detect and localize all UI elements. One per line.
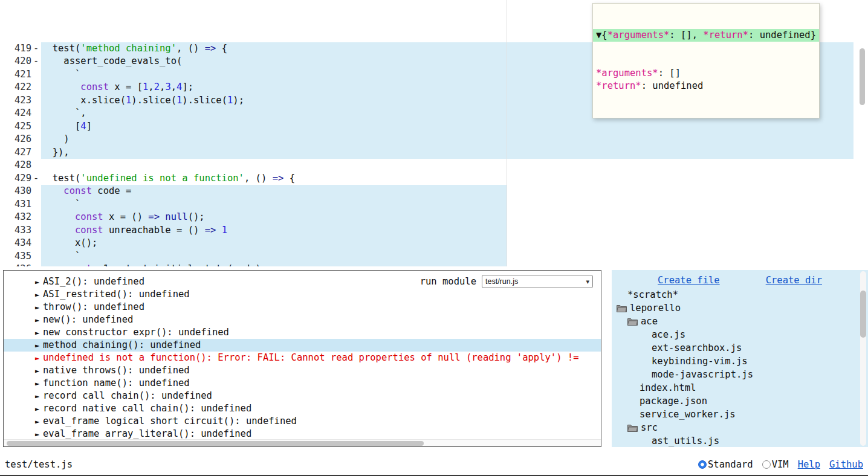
code-text: x.slice(1).slice(1).slice(1); <box>41 94 244 108</box>
console-entry[interactable]: ►method chaining(): undefined <box>4 339 601 352</box>
expand-arrow-icon[interactable]: ► <box>35 276 43 289</box>
console-entry[interactable]: ►new(): undefined <box>4 314 601 326</box>
create-file-link[interactable]: Create file <box>658 275 720 286</box>
code-line[interactable]: 432 const x = () => null(); <box>0 211 868 224</box>
code-line[interactable]: 435 ` <box>0 250 868 263</box>
tree-item[interactable]: ext-searchbox.js <box>612 341 868 355</box>
line-highlight <box>41 250 507 263</box>
tooltip-row[interactable]: *return*: undefined <box>593 80 819 92</box>
line-number: 428 <box>0 159 31 172</box>
expand-arrow-icon[interactable]: ► <box>35 416 43 428</box>
code-line[interactable]: 434 x(); <box>0 237 868 250</box>
tree-item[interactable]: ast_utils.js <box>612 434 868 447</box>
scrollbar-thumb[interactable] <box>860 291 866 338</box>
tree-item[interactable]: mode-javascript.js <box>612 368 868 381</box>
keybinding-vim-option[interactable]: VIM <box>762 459 789 470</box>
console-entry[interactable]: ►eval_frame array_literal(): undefined <box>4 428 601 440</box>
keybinding-standard-option[interactable]: Standard <box>698 459 753 470</box>
console-entry[interactable]: ►ASI_restrited(): undefined <box>4 288 601 301</box>
fold-marker-icon[interactable]: - <box>33 42 39 56</box>
editor-vertical-scrollbar[interactable] <box>860 2 865 262</box>
folder-icon <box>627 318 638 326</box>
tree-vertical-scrollbar[interactable] <box>860 271 866 446</box>
console-horizontal-scrollbar[interactable] <box>4 439 601 446</box>
github-link[interactable]: Github <box>829 459 863 470</box>
line-number: 425 <box>0 120 31 133</box>
code-text: test('method chaining', () => { <box>41 42 227 56</box>
expand-arrow-icon[interactable]: ► <box>35 289 43 301</box>
code-text: assert_code_evals_to( <box>41 55 182 68</box>
code-line[interactable]: 428 <box>0 159 868 172</box>
tree-item[interactable]: *scratch* <box>612 288 868 301</box>
help-link[interactable]: Help <box>798 459 820 470</box>
tree-item[interactable]: leporello <box>612 301 868 315</box>
expand-arrow-icon[interactable]: ► <box>35 378 43 390</box>
tree-item[interactable]: ace <box>612 315 868 328</box>
tree-item[interactable]: keybinding-vim.js <box>612 355 868 368</box>
console-entry[interactable]: ►native throws(): undefined <box>4 364 601 377</box>
console-entry[interactable]: ►record native call chain(): undefined <box>4 402 601 415</box>
console-entry-text: record call chain(): undefined <box>43 390 212 401</box>
fold-marker-icon[interactable]: - <box>33 172 39 185</box>
tooltip-rows: *arguments*: []*return*: undefined <box>593 67 819 92</box>
expand-arrow-icon[interactable]: ► <box>35 365 43 378</box>
expand-arrow-icon[interactable]: ► <box>35 352 43 365</box>
console-entry[interactable]: ►throw(): undefined <box>4 301 601 314</box>
vim-label[interactable]: VIM <box>772 459 789 470</box>
console-entry-text: method chaining(): undefined <box>43 339 201 350</box>
radio-selected-icon[interactable] <box>698 460 707 469</box>
tooltip-row[interactable]: *arguments*: [] <box>593 67 819 80</box>
tree-item-label: package.json <box>640 394 707 408</box>
scrollbar-thumb[interactable] <box>860 48 865 105</box>
code-line[interactable]: 436 const s1 = test_initial_state(code) <box>0 263 868 266</box>
line-number: 432 <box>0 211 31 224</box>
folder-icon <box>627 424 638 432</box>
tree-item-label: mode-javascript.js <box>652 368 753 381</box>
tree-item[interactable]: ace.js <box>612 328 868 341</box>
console-entry[interactable]: ►function name(): undefined <box>4 377 601 390</box>
console-entry[interactable]: ►record call chain(): undefined <box>4 390 601 402</box>
code-line[interactable]: 429- test('undefined is not a function',… <box>0 172 868 185</box>
scrollbar-thumb[interactable] <box>7 441 424 446</box>
code-line[interactable]: 430 const code = <box>0 185 868 198</box>
code-line[interactable]: 427 }), <box>0 146 868 159</box>
expand-arrow-icon[interactable]: ► <box>35 327 43 339</box>
tree-item[interactable]: service_worker.js <box>612 408 868 421</box>
code-text: const x = () => null(); <box>41 211 205 224</box>
tree-item[interactable]: src <box>612 421 868 434</box>
code-line[interactable]: 426 ) <box>0 133 868 146</box>
tree-item[interactable]: package.json <box>612 394 868 408</box>
value-inspector-tooltip[interactable]: ▼{*arguments*: [], *return*: undefined} … <box>592 3 820 118</box>
code-text: const unreachable = () => 1 <box>41 224 227 237</box>
tree-item[interactable]: index.html <box>612 381 868 394</box>
code-line[interactable]: 425 [4] <box>0 120 868 133</box>
code-line[interactable]: 433 const unreachable = () => 1 <box>0 224 868 237</box>
expand-arrow-icon[interactable]: ► <box>35 301 43 314</box>
console-entry[interactable]: ►undefined is not a function(): Error: F… <box>4 352 601 364</box>
tree-item-label: src <box>641 421 658 434</box>
code-text: [4] <box>41 120 92 133</box>
console-entry[interactable]: ►eval_frame logical short circuit(): und… <box>4 415 601 428</box>
tree-item-label: keybinding-vim.js <box>652 355 748 368</box>
radio-unselected-icon[interactable] <box>762 460 771 469</box>
create-dir-link[interactable]: Create dir <box>766 275 822 286</box>
chevron-down-icon: ▾ <box>586 278 589 286</box>
tooltip-header[interactable]: ▼{*arguments*: [], *return*: undefined} <box>593 29 819 42</box>
code-editor[interactable]: 419- test('method chaining', () => {420-… <box>0 0 868 266</box>
code-line[interactable]: 431 ` <box>0 198 868 211</box>
expand-arrow-icon[interactable]: ► <box>35 314 43 327</box>
folder-icon <box>617 304 627 312</box>
console-entry[interactable]: ►new constructor expr(): undefined <box>4 326 601 339</box>
code-text: const code = <box>41 185 131 198</box>
code-text: const x = [1,2,3,4]; <box>41 81 193 94</box>
expand-arrow-icon[interactable]: ► <box>35 390 43 403</box>
line-highlight <box>41 133 853 146</box>
line-number: 424 <box>0 107 31 120</box>
standard-label[interactable]: Standard <box>708 459 753 470</box>
code-text: const s1 = test_initial_state(code) <box>41 263 261 266</box>
expand-arrow-icon[interactable]: ► <box>35 339 43 352</box>
expand-arrow-icon[interactable]: ► <box>35 403 43 416</box>
run-module-select[interactable]: test/run.js ▾ <box>482 275 593 288</box>
fold-marker-icon[interactable]: - <box>33 55 39 68</box>
line-number: 421 <box>0 68 31 82</box>
